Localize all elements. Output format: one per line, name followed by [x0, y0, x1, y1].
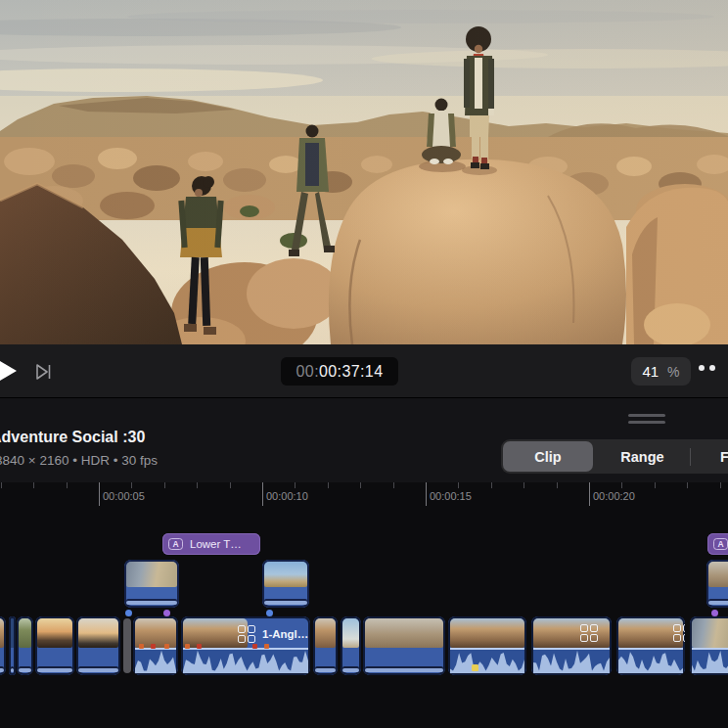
- storyline-clip[interactable]: [133, 616, 178, 675]
- timeline-ruler[interactable]: 00:00:0500:00:1000:00:1500:00:20: [0, 482, 728, 512]
- clip-label: 1-Angl…: [262, 628, 308, 640]
- storyline-clip[interactable]: [313, 616, 338, 675]
- connection-dot: [125, 610, 132, 616]
- title-clip[interactable]: ALower T…: [162, 533, 260, 555]
- play-icon[interactable]: [0, 354, 17, 387]
- title-clip-label: Lower T…: [190, 538, 242, 550]
- timeline-panel: Adventure Social :30 3840 × 2160 • HDR •…: [0, 398, 728, 728]
- storyline-clip[interactable]: [616, 616, 685, 675]
- storyline-clip[interactable]: [341, 616, 361, 675]
- ruler-tick: [523, 482, 524, 488]
- storyline-clip[interactable]: [448, 616, 526, 675]
- clip-audio-waveform: [135, 648, 176, 673]
- clip-thumbnail: [342, 618, 359, 648]
- zoom-unit: %: [667, 364, 679, 380]
- clip-thumbnail: [264, 562, 307, 587]
- segment-clip[interactable]: Clip: [503, 441, 593, 472]
- ruler-tick: [458, 482, 459, 488]
- clip-audio-stripe: [264, 601, 307, 605]
- ruler-tick-label: 00:00:20: [593, 490, 635, 502]
- clip-audio-stripe: [315, 668, 336, 672]
- more-icon: [699, 365, 705, 371]
- transport-bar: 00:00:37:14 41 %: [0, 344, 728, 398]
- clip-audio-waveform: [533, 648, 610, 673]
- clip-marker: [264, 644, 269, 649]
- ruler-tick: [164, 482, 165, 488]
- storyline-clip[interactable]: [76, 616, 120, 675]
- connection-dot: [711, 610, 718, 616]
- clip-thumbnail: [37, 618, 72, 648]
- clip-audio-stripe: [0, 668, 4, 672]
- clip-marker: [252, 644, 257, 649]
- ruler-tick-label: 00:00:10: [266, 490, 308, 502]
- gap-clip[interactable]: [123, 618, 131, 673]
- clip-thumbnail: [365, 618, 443, 648]
- more-options-button[interactable]: [699, 365, 715, 371]
- grid-multicam-icon: [673, 624, 685, 642]
- skip-end-button[interactable]: [32, 360, 56, 384]
- ruler-tick: 00:00:20: [589, 482, 590, 506]
- connected-clip[interactable]: [124, 560, 179, 608]
- storyline-clip[interactable]: [9, 616, 16, 675]
- ruler-tick: [491, 482, 492, 488]
- ruler-tick: [230, 482, 231, 488]
- ruler-tick: [131, 482, 132, 488]
- clip-audio-waveform: [618, 648, 683, 673]
- timecode-display[interactable]: 00:00:37:14: [281, 357, 398, 386]
- clip-marker: [185, 644, 190, 649]
- clip-audio-stripe: [126, 601, 177, 605]
- ruler-tick: [655, 482, 656, 488]
- clip-audio-stripe: [78, 668, 118, 672]
- storyline-clip[interactable]: [690, 616, 728, 675]
- storyline-clip[interactable]: [17, 616, 33, 675]
- clip-thumbnail: [708, 562, 728, 587]
- clip-marker: [164, 644, 169, 649]
- clip-thumbnail: [315, 618, 336, 648]
- zoom-level-button[interactable]: 41 %: [631, 357, 691, 386]
- ruler-tick: [67, 482, 68, 488]
- clip-audio-stripe: [365, 668, 443, 672]
- drag-handle[interactable]: [628, 414, 665, 426]
- zoom-value: 41: [642, 363, 659, 380]
- ruler-tick: [621, 482, 622, 488]
- clip-audio-stripe: [708, 601, 728, 605]
- clip-audio-waveform: [450, 648, 524, 673]
- storyline-clip[interactable]: [363, 616, 445, 675]
- ruler-tick: [328, 482, 329, 488]
- clip-thumbnail: [450, 618, 524, 648]
- storyline-clip[interactable]: [0, 616, 6, 675]
- clip-audio-stripe: [37, 668, 72, 672]
- clip-audio-stripe: [19, 668, 31, 672]
- clip-thumbnail: [11, 618, 14, 648]
- storyline-clip[interactable]: 1-Angl…: [181, 616, 310, 675]
- ruler-tick: 00:00:05: [99, 482, 100, 506]
- clip-tag-row: 1-Angl…: [238, 625, 308, 643]
- desert-scene-image: [0, 0, 728, 344]
- segment-divider: [690, 448, 691, 466]
- connected-clip[interactable]: [262, 560, 309, 608]
- edit-mode-segmented-control: Clip Range F: [501, 439, 728, 474]
- clip-audio-stripe: [11, 668, 14, 672]
- storyline-clip[interactable]: [531, 616, 612, 675]
- ruler-tick-label: 00:00:05: [103, 490, 145, 502]
- title-clip[interactable]: A: [707, 533, 728, 555]
- viewer-preview[interactable]: [0, 0, 728, 344]
- clip-marker: [197, 644, 202, 649]
- connected-clip[interactable]: [706, 560, 728, 608]
- ruler-tick: [33, 482, 34, 488]
- ruler-tick: 00:00:15: [426, 482, 427, 506]
- ruler-tick: 00:00:10: [262, 482, 263, 506]
- segment-range[interactable]: Range: [597, 441, 688, 472]
- clip-marker-pin: [472, 664, 478, 671]
- ruler-tick: [720, 482, 721, 488]
- clip-marker: [139, 644, 144, 649]
- grid-multicam-icon: [238, 625, 255, 643]
- ruler-tick: [295, 482, 296, 488]
- clip-thumbnail: [126, 562, 177, 587]
- segment-partial[interactable]: F: [693, 441, 728, 472]
- clip-thumbnail: [533, 618, 610, 648]
- title-A-icon: A: [713, 538, 728, 550]
- ruler-tick: [360, 482, 361, 488]
- video-editor-window: 00:00:37:14 41 % Adventure Social :30 38…: [0, 0, 728, 728]
- storyline-clip[interactable]: [35, 616, 74, 675]
